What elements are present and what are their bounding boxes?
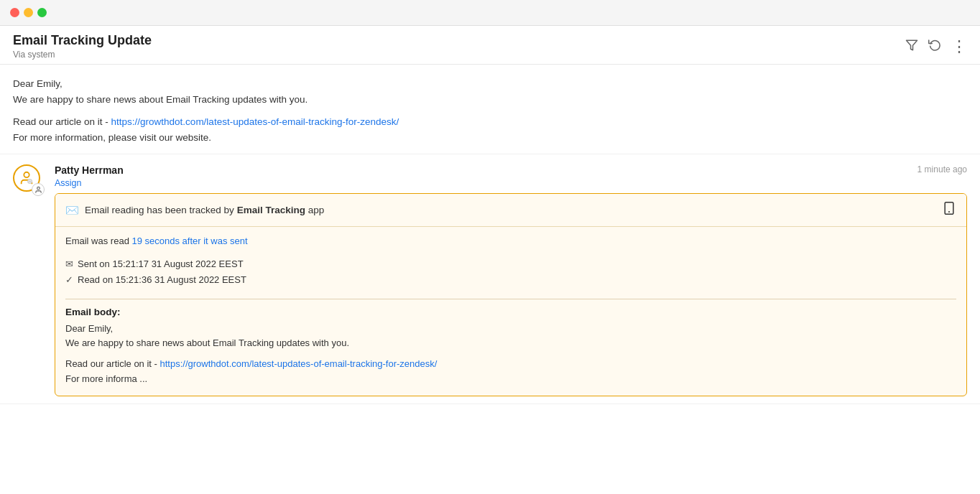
history-icon[interactable]: [928, 38, 941, 55]
svg-marker-0: [907, 40, 917, 50]
avatar-wrapper: [13, 164, 45, 196]
minimize-button[interactable]: [24, 8, 33, 17]
tracked-suffix: app: [305, 205, 324, 215]
tracked-label: Email reading has been tracked by Email …: [85, 205, 324, 215]
email-body-content: Dear Emily, We are happy to share news a…: [65, 322, 956, 387]
close-button[interactable]: [10, 8, 19, 17]
app-header-left: Email Tracking Update Via system: [13, 33, 152, 60]
content-area: Dear Emily, We are happy to share news a…: [0, 65, 980, 490]
email-body-top: We are happy to share news about Email T…: [13, 92, 967, 108]
sent-line: ✉ Sent on 15:21:17 31 August 2022 EEST: [65, 256, 956, 272]
card-divider: [65, 299, 956, 299]
activity-row: Patty Herrman 1 minute ago Assign ✉️ Ema…: [0, 154, 980, 404]
avatar-badge: [32, 183, 45, 196]
tracking-card-header: ✉️ Email reading has been tracked by Ema…: [55, 194, 966, 227]
read-time-label: Email was read: [65, 236, 131, 246]
tracking-info-lines: ✉ Sent on 15:21:17 31 August 2022 EEST ✓…: [65, 256, 956, 288]
email-greeting-top: Dear Emily,: [13, 76, 967, 92]
app-name-label: Email Tracking: [237, 205, 305, 215]
traffic-lights: [10, 8, 47, 17]
app-header-right: ⋮: [905, 38, 967, 55]
activity-time: 1 minute ago: [917, 164, 967, 174]
tracking-card-body: Email was read 19 seconds after it was s…: [55, 227, 966, 395]
app-subtitle: Via system: [13, 50, 152, 60]
tracking-card: ✉️ Email reading has been tracked by Ema…: [55, 193, 967, 396]
email-body-section: Email body: Dear Emily, We are happy to …: [65, 307, 956, 387]
phone-icon: [942, 201, 956, 219]
svg-point-3: [37, 187, 40, 190]
read-check-icon: ✓: [65, 272, 73, 288]
sent-label: Sent on 15:21:17 31 August 2022 EEST: [78, 256, 244, 272]
sent-icon: ✉: [65, 256, 73, 272]
email-body-link[interactable]: https://growthdot.com/latest-updates-of-…: [160, 358, 438, 369]
read-time-value: 19 seconds after it was sent: [131, 236, 247, 246]
email-body-title: Email body:: [65, 307, 956, 317]
envelope-tracked-icon: ✉️: [65, 204, 79, 217]
email-more-info-top: For more information, please visit our w…: [13, 130, 967, 146]
email-read-more-top: Read our article on it - https://growthd…: [13, 114, 967, 130]
svg-point-1: [24, 172, 29, 177]
email-body-read-prefix: Read our article on it -: [65, 358, 160, 369]
app-header: Email Tracking Update Via system ⋮: [0, 26, 980, 65]
read-article-prefix: Read our article on it -: [13, 116, 111, 127]
tracking-card-header-left: ✉️ Email reading has been tracked by Ema…: [65, 204, 324, 217]
title-bar: [0, 0, 980, 26]
read-time-line: Email was read 19 seconds after it was s…: [65, 236, 956, 246]
read-line: ✓ Read on 15:21:36 31 August 2022 EEST: [65, 272, 956, 288]
activity-name: Patty Herrman: [55, 164, 124, 176]
email-body-truncated: For more informa ...: [65, 372, 956, 387]
read-label: Read on 15:21:36 31 August 2022 EEST: [78, 272, 246, 288]
email-body-greeting: Dear Emily,: [65, 322, 956, 337]
email-body-line1: We are happy to share news about Email T…: [65, 336, 956, 351]
activity-main: Patty Herrman 1 minute ago Assign ✉️ Ema…: [55, 164, 967, 396]
email-body-link-line: Read our article on it - https://growthd…: [65, 357, 956, 372]
tracked-prefix: Email reading has been tracked by: [85, 205, 237, 215]
app-title: Email Tracking Update: [13, 33, 152, 48]
activity-header-row: Patty Herrman 1 minute ago: [55, 164, 967, 176]
email-preview-top: Dear Emily, We are happy to share news a…: [0, 65, 980, 154]
more-options-icon[interactable]: ⋮: [951, 39, 967, 55]
maximize-button[interactable]: [37, 8, 47, 17]
assign-link[interactable]: Assign: [55, 178, 82, 188]
filter-icon[interactable]: [905, 39, 918, 55]
article-link-top[interactable]: https://growthdot.com/latest-updates-of-…: [111, 116, 399, 127]
